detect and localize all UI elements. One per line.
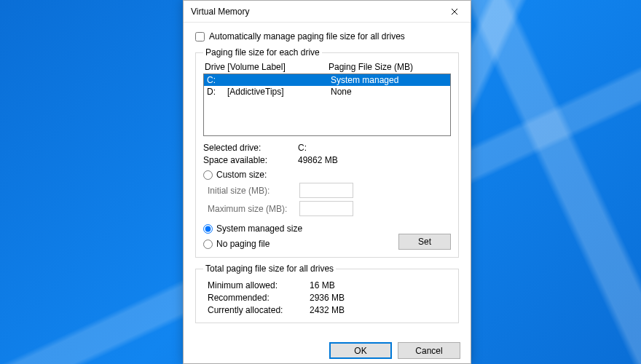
space-available-row: Space available: 49862 MB: [203, 155, 451, 165]
drive-paging-size: System managed: [331, 74, 398, 86]
paging-per-drive-legend: Paging file size for each drive: [203, 47, 322, 58]
set-button[interactable]: Set: [398, 234, 451, 250]
recommended-value: 2936 MB: [310, 293, 345, 303]
paging-per-drive-group: Paging file size for each drive Drive [V…: [195, 47, 459, 258]
totals-group: Total paging file size for all drives Mi…: [195, 264, 459, 323]
system-managed-radio-row: System managed size: [203, 223, 451, 234]
totals-legend: Total paging file size for all drives: [203, 264, 336, 274]
drive-letter: C:: [207, 74, 227, 86]
titlebar[interactable]: Virtual Memory: [184, 1, 471, 23]
auto-manage-label: Automatically manage paging file size fo…: [209, 31, 405, 41]
drive-row[interactable]: D: [AddictiveTips] None: [204, 86, 450, 98]
selected-drive-row: Selected drive: C:: [203, 143, 451, 153]
currently-allocated-value: 2432 MB: [310, 305, 345, 315]
no-paging-label: No paging file: [216, 239, 270, 249]
auto-manage-checkbox[interactable]: [195, 32, 205, 41]
min-allowed-value: 16 MB: [310, 280, 335, 290]
drive-letter: D:: [207, 86, 227, 98]
custom-size-radio-row: Custom size:: [203, 170, 451, 180]
selected-drive-value: C:: [298, 143, 307, 153]
no-paging-radio-row: No paging file: [203, 239, 398, 249]
no-paging-radio[interactable]: [203, 240, 213, 249]
drive-row[interactable]: C: System managed: [204, 74, 450, 86]
custom-size-label: Custom size:: [216, 170, 267, 180]
min-allowed-row: Minimum allowed: 16 MB: [208, 280, 451, 290]
system-managed-radio[interactable]: [203, 224, 213, 234]
drive-paging-size: None: [331, 86, 352, 98]
min-allowed-label: Minimum allowed:: [208, 280, 310, 290]
recommended-label: Recommended:: [208, 293, 310, 303]
close-icon: [451, 8, 458, 15]
drive-volume-label: [227, 74, 331, 86]
drive-header-size: Paging File Size (MB): [329, 62, 413, 72]
initial-size-row: Initial size (MB):: [208, 183, 451, 198]
system-managed-label: System managed size: [216, 223, 302, 234]
drive-header-drive: Drive [Volume Label]: [205, 62, 329, 72]
virtual-memory-dialog: Virtual Memory Automatically manage pagi…: [183, 0, 471, 364]
cancel-button[interactable]: Cancel: [398, 342, 460, 359]
drive-volume-label: [AddictiveTips]: [227, 86, 331, 98]
maximum-size-input[interactable]: [299, 201, 353, 216]
maximum-size-label: Maximum size (MB):: [208, 204, 299, 214]
close-button[interactable]: [438, 1, 471, 22]
ok-button[interactable]: OK: [329, 342, 392, 359]
dialog-body: Automatically manage paging file size fo…: [184, 23, 471, 336]
window-title: Virtual Memory: [191, 7, 438, 17]
initial-size-input[interactable]: [299, 183, 353, 198]
space-available-value: 49862 MB: [298, 155, 338, 165]
currently-allocated-row: Currently allocated: 2432 MB: [208, 305, 451, 315]
space-available-label: Space available:: [203, 155, 298, 165]
auto-manage-row: Automatically manage paging file size fo…: [195, 31, 459, 41]
selected-drive-label: Selected drive:: [203, 143, 298, 153]
dialog-footer: OK Cancel: [184, 336, 471, 363]
recommended-row: Recommended: 2936 MB: [208, 293, 451, 303]
drive-list[interactable]: C: System managed D: [AddictiveTips] Non…: [203, 74, 451, 136]
drive-list-header: Drive [Volume Label] Paging File Size (M…: [203, 62, 451, 74]
custom-size-radio[interactable]: [203, 170, 213, 180]
currently-allocated-label: Currently allocated:: [208, 305, 310, 315]
maximum-size-row: Maximum size (MB):: [208, 201, 451, 216]
initial-size-label: Initial size (MB):: [208, 186, 299, 196]
